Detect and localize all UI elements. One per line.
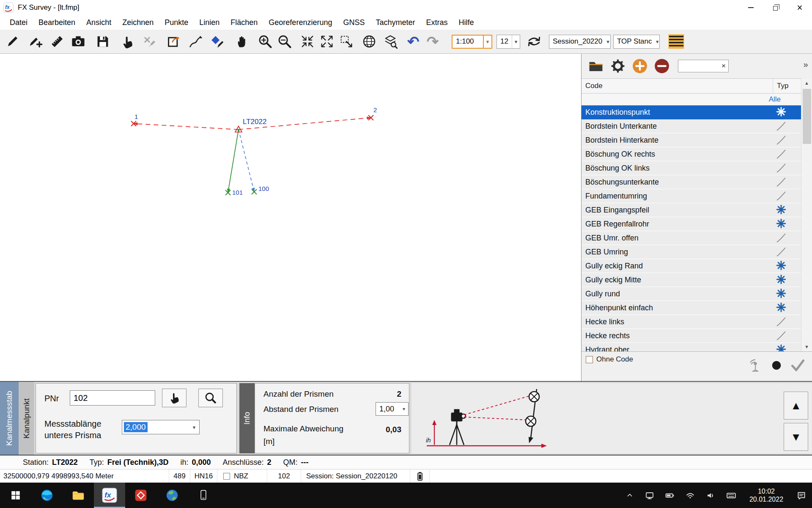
expand-panel-button[interactable]: » (801, 59, 810, 70)
chevron-down-icon[interactable]: ▾ (483, 36, 491, 48)
export-button[interactable] (164, 31, 184, 52)
prism-distance-combo[interactable]: 1,00 ▾ (376, 402, 409, 416)
tray-network-button[interactable] (685, 490, 695, 500)
photo-button[interactable] (69, 31, 88, 52)
code-row-gully-eckig-rand[interactable]: Gully eckig Rand (582, 259, 801, 273)
georeference-button[interactable] (359, 31, 379, 52)
zoom-out-button[interactable] (275, 31, 294, 52)
code-row-gully-eckig-mitte[interactable]: Gully eckig Mitte (582, 273, 801, 287)
menu-bearbeiten[interactable]: Bearbeiten (33, 15, 81, 30)
taskbar-explorer-button[interactable] (63, 483, 94, 508)
menu-linien[interactable]: Linien (194, 15, 225, 30)
code-row-geb-eingangspfeil[interactable]: GEB Eingangspfeil (582, 203, 801, 217)
save-button[interactable] (93, 31, 112, 52)
zoom-window-button[interactable] (337, 31, 356, 52)
menu-extras[interactable]: Extras (421, 15, 453, 30)
code-row-fundamentumring[interactable]: Fundamentumring (582, 189, 801, 203)
code-row-hecke-rechts[interactable]: Hecke rechts (582, 329, 801, 343)
code-row-konstruktionspunkt[interactable]: Konstruktionspunkt (582, 105, 801, 119)
ohne-code-checkbox[interactable] (586, 356, 593, 363)
code-row-höhenpunkt-einfach[interactable]: Höhenpunkt einfach (582, 301, 801, 315)
touch-measure-button[interactable] (118, 31, 137, 52)
draw-tool-button[interactable] (3, 31, 22, 52)
menu-gnss[interactable]: GNSS (337, 15, 370, 30)
nav-up-button[interactable]: ▲ (784, 392, 808, 420)
tab-info[interactable]: Info (239, 383, 255, 453)
add-code-button[interactable] (629, 55, 651, 77)
gnss-code-button[interactable] (747, 358, 762, 373)
scroll-down-button[interactable]: ▼ (801, 342, 812, 351)
survey-line-LT2022-101[interactable] (228, 130, 239, 193)
tray-display-button[interactable] (645, 490, 655, 500)
code-row-geb-umr-offen[interactable]: GEB Umr. offen (582, 231, 801, 245)
code-search-input[interactable] (678, 62, 719, 70)
nav-down-button[interactable]: ▼ (784, 423, 808, 451)
search-point-button[interactable] (198, 389, 223, 407)
menu-hilfe[interactable]: Hilfe (453, 15, 480, 30)
scroll-up-button[interactable]: ▲ (801, 78, 812, 88)
menu-zeichnen[interactable]: Zeichnen (117, 15, 159, 30)
code-row-böschung-ok-rechts[interactable]: Böschung OK rechts (582, 147, 801, 161)
zoom-center-button[interactable] (298, 31, 317, 52)
code-row-hydrant-ober[interactable]: Hydrant ober (582, 343, 801, 351)
nbz-option[interactable]: NBZ (217, 469, 267, 483)
pan-button[interactable] (233, 31, 252, 52)
chevron-down-icon[interactable]: ▾ (606, 35, 610, 48)
code-list-scrollbar[interactable]: ▲ ▼ (801, 78, 812, 351)
minimize-button[interactable] (738, 0, 763, 15)
survey-drawing[interactable]: 12101100LT2022 (0, 54, 581, 381)
layer-search-button[interactable] (381, 31, 400, 52)
code-row-hecke-links[interactable]: Hecke links (582, 315, 801, 329)
open-codelist-button[interactable] (585, 55, 607, 77)
restore-button[interactable] (763, 0, 787, 15)
zoom-in-button[interactable] (255, 31, 275, 52)
code-row-geb-umring[interactable]: GEB Umring (582, 245, 801, 259)
style-combo[interactable]: TOP Stanc ▾ (613, 35, 660, 49)
tray-volume-button[interactable] (705, 490, 716, 500)
tray-battery-button[interactable] (665, 490, 675, 500)
pnr-input[interactable] (70, 390, 155, 406)
spline-tool-button[interactable] (186, 31, 206, 52)
tab-kanalmessstab[interactable]: Kanalmessstab (0, 382, 19, 455)
new-drawing-button[interactable] (25, 31, 45, 52)
confirm-code-button[interactable] (790, 358, 805, 373)
textsize-combo[interactable]: 12 ▾ (497, 35, 520, 49)
taskbar-fx-survey-button[interactable]: fx (94, 483, 125, 508)
nbz-checkbox[interactable] (223, 473, 230, 480)
chevron-down-icon[interactable]: ▾ (512, 35, 520, 48)
taskbar-clock[interactable]: 10:02 20.01.2022 (747, 487, 786, 503)
ohne-code-option[interactable]: Ohne Code (586, 355, 633, 364)
code-row-bordstein-unterkante[interactable]: Bordstein Unterkante (582, 119, 801, 133)
taskbar-edge-button[interactable] (31, 483, 63, 508)
survey-line-LT2022-1[interactable] (134, 124, 239, 130)
map-canvas[interactable]: 12101100LT2022 (0, 54, 581, 381)
symbol-tool-button[interactable] (207, 31, 227, 52)
session-combo[interactable]: Session_20220 ▾ (549, 35, 611, 49)
menu-georeferenzierung[interactable]: Georeferenzierung (263, 15, 337, 30)
taskbar-phone-app-button[interactable] (188, 483, 219, 508)
pick-point-button[interactable] (162, 389, 187, 407)
redo-button[interactable]: ↷ (423, 31, 442, 52)
taskbar-globe-app-button[interactable] (156, 483, 188, 508)
code-row-böschung-ok-links[interactable]: Böschung OK links (582, 161, 801, 175)
chevron-down-icon[interactable]: ▾ (400, 406, 408, 412)
rod-length-combo[interactable]: 2,000 ▾ (122, 420, 200, 434)
code-settings-button[interactable] (607, 55, 629, 77)
code-row-böschungsunterkante[interactable]: Böschungsunterkante (582, 175, 801, 189)
tab-kanalpunkt[interactable]: Kanalpunkt (19, 382, 34, 455)
tray-expand-button[interactable] (625, 491, 634, 500)
menu-ansicht[interactable]: Ansicht (81, 15, 117, 30)
scale-combo[interactable]: 1:100 ▾ (452, 35, 492, 49)
menu-datei[interactable]: Datei (4, 15, 33, 30)
chevron-down-icon[interactable]: ▾ (656, 35, 659, 48)
action-center-button[interactable] (796, 490, 807, 501)
scrollbar-thumb[interactable] (803, 89, 811, 144)
clear-search-icon[interactable]: × (719, 62, 728, 70)
start-button[interactable] (0, 483, 31, 508)
chevron-down-icon[interactable]: ▾ (189, 424, 199, 431)
code-row-gully-rund[interactable]: Gully rund (582, 287, 801, 301)
sync-button[interactable] (524, 31, 544, 52)
undo-button[interactable]: ↶ (403, 31, 423, 52)
record-point-button[interactable] (769, 358, 784, 373)
remove-code-button[interactable] (651, 55, 673, 77)
